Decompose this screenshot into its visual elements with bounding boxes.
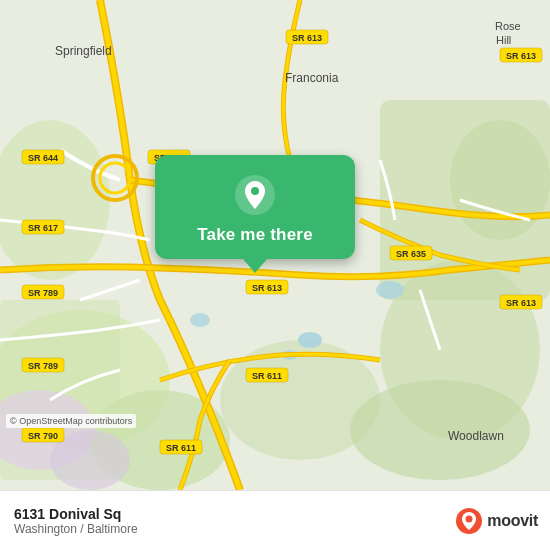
svg-text:SR 789: SR 789 [28,288,58,298]
moovit-logo: moovit [455,507,538,535]
svg-point-14 [190,313,210,327]
svg-text:SR 789: SR 789 [28,361,58,371]
svg-point-51 [251,187,259,195]
location-pin-icon [233,173,277,217]
svg-text:Rose: Rose [495,20,521,32]
svg-text:SR 611: SR 611 [166,443,196,453]
svg-text:SR 613: SR 613 [506,51,536,61]
svg-text:SR 613: SR 613 [292,33,322,43]
svg-text:SR 790: SR 790 [28,431,58,441]
svg-text:SR 617: SR 617 [28,223,58,233]
svg-text:Springfield: Springfield [55,44,112,58]
svg-point-6 [450,120,550,240]
take-me-there-popup[interactable]: Take me there [155,155,355,259]
address-text: 6131 Donival Sq [14,506,138,522]
svg-text:Hill: Hill [496,34,511,46]
svg-text:Franconia: Franconia [285,71,339,85]
svg-text:SR 613: SR 613 [252,283,282,293]
svg-text:Woodlawn: Woodlawn [448,429,504,443]
svg-text:SR 635: SR 635 [396,249,426,259]
moovit-brand-text: moovit [487,512,538,530]
map-attribution: © OpenStreetMap contributors [6,414,136,428]
svg-text:SR 611: SR 611 [252,371,282,381]
bottom-bar: 6131 Donival Sq Washington / Baltimore m… [0,490,550,550]
map-container: SR 613 SR 613 SR 644 SR 644 SR 617 SR 63… [0,0,550,490]
svg-point-12 [298,332,322,348]
svg-point-53 [466,515,473,522]
svg-text:SR 644: SR 644 [28,153,58,163]
take-me-there-label: Take me there [197,225,313,245]
moovit-icon [455,507,483,535]
address-info: 6131 Donival Sq Washington / Baltimore [14,506,138,536]
city-text: Washington / Baltimore [14,522,138,536]
svg-point-15 [376,281,404,299]
svg-text:SR 613: SR 613 [506,298,536,308]
